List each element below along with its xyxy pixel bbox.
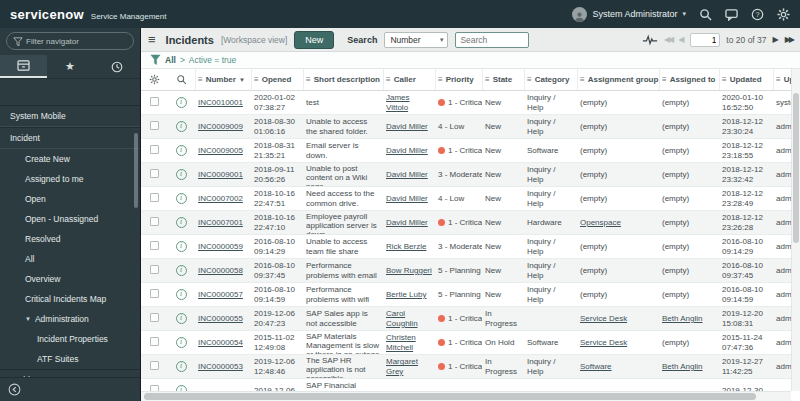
sidebar-item-system-mobile[interactable]: System Mobile: [0, 105, 140, 127]
row-checkbox[interactable]: [150, 145, 159, 154]
row-checkbox[interactable]: [150, 169, 159, 178]
info-icon[interactable]: i: [176, 313, 187, 324]
chat-icon[interactable]: [725, 8, 738, 21]
caller-link[interactable]: James Vittolo: [386, 93, 410, 111]
sidebar-item-problem[interactable]: Problem: [0, 369, 140, 377]
info-icon[interactable]: i: [176, 289, 187, 300]
hamburger-menu-icon[interactable]: ≡: [148, 33, 156, 46]
caller-link[interactable]: Rick Berzle: [386, 242, 426, 251]
new-button[interactable]: New: [294, 31, 334, 49]
personalize-gear-icon[interactable]: [141, 69, 167, 90]
info-icon[interactable]: i: [176, 97, 187, 108]
list-search-input[interactable]: [455, 32, 529, 48]
vertical-scrollbar-thumb[interactable]: [793, 93, 799, 243]
assigned-to-link[interactable]: Beth Anglin: [662, 314, 702, 323]
sidebar-scrollbar-thumb[interactable]: [134, 133, 138, 208]
incident-number-link[interactable]: INC0010001: [198, 98, 243, 107]
column-header-number[interactable]: ≡Number▼: [195, 69, 251, 90]
incident-number-link[interactable]: INC0007002: [198, 194, 243, 203]
caller-link[interactable]: Carol Coughlin: [386, 309, 418, 327]
incident-number-link[interactable]: INC0000058: [198, 266, 243, 275]
row-checkbox[interactable]: [150, 193, 159, 202]
incident-number-link[interactable]: INC0007001: [198, 218, 243, 227]
caller-link[interactable]: Christen Mitchell: [386, 333, 416, 351]
info-icon[interactable]: i: [176, 169, 187, 180]
incident-number-link[interactable]: INC0000053: [198, 362, 243, 371]
column-header-opened[interactable]: ≡Opened: [251, 69, 303, 90]
incident-number-link[interactable]: INC0009009: [198, 122, 243, 131]
column-menu-icon[interactable]: ≡: [438, 75, 443, 84]
incident-number-link[interactable]: INC0000055: [198, 314, 243, 323]
gear-icon[interactable]: [777, 8, 790, 21]
assignment-group-link[interactable]: Service Desk: [580, 314, 627, 323]
column-menu-icon[interactable]: ≡: [722, 75, 727, 84]
sidebar-item-resolved[interactable]: Resolved: [0, 229, 140, 249]
row-checkbox[interactable]: [150, 265, 159, 274]
page-row-input[interactable]: [690, 33, 720, 47]
assignment-group-link[interactable]: Software: [580, 362, 612, 371]
sidebar-item-incident[interactable]: Incident: [0, 127, 140, 149]
tab-history[interactable]: [93, 55, 140, 78]
caller-link[interactable]: David Miller: [386, 146, 428, 155]
info-icon[interactable]: i: [176, 361, 187, 372]
sidebar-item-create-new[interactable]: Create New: [0, 149, 140, 169]
help-icon[interactable]: ?: [751, 8, 764, 21]
assignment-group-link[interactable]: Openspace: [580, 218, 621, 227]
search-icon[interactable]: [699, 8, 712, 21]
info-icon[interactable]: i: [176, 217, 187, 228]
caller-link[interactable]: Margaret Grey: [386, 357, 418, 375]
incident-number-link[interactable]: INC0009005: [198, 146, 243, 155]
first-page-icon[interactable]: ◀◀: [664, 35, 672, 44]
row-checkbox[interactable]: [150, 289, 159, 298]
caller-link[interactable]: Bow Ruggeri: [386, 266, 432, 275]
horizontal-scrollbar-thumb[interactable]: [144, 393, 756, 400]
column-menu-icon[interactable]: ≡: [386, 75, 391, 84]
column-header-updated[interactable]: ≡Updated: [719, 69, 773, 90]
sidebar-item-overview[interactable]: Overview: [0, 269, 140, 289]
row-checkbox[interactable]: [150, 241, 159, 250]
collapse-sidebar-icon[interactable]: [8, 383, 21, 396]
column-header-priority[interactable]: ≡Priority: [435, 69, 482, 90]
tab-all-applications[interactable]: [0, 55, 47, 78]
search-field-select[interactable]: Number ▾: [384, 32, 448, 48]
info-icon[interactable]: i: [176, 121, 187, 132]
user-menu[interactable]: System Administrator ▾: [572, 7, 686, 22]
breadcrumb-funnel-icon[interactable]: [150, 54, 161, 66]
row-checkbox[interactable]: [150, 361, 159, 370]
column-search-icon[interactable]: [167, 69, 195, 90]
info-icon[interactable]: i: [176, 337, 187, 348]
sidebar-item-open-unassigned[interactable]: Open - Unassigned: [0, 209, 140, 229]
previous-page-icon[interactable]: ◀: [678, 35, 684, 44]
tab-favorites[interactable]: ★: [47, 55, 94, 78]
sidebar-item-critical-incidents-map[interactable]: Critical Incidents Map: [0, 289, 140, 309]
column-header-category[interactable]: ≡Category: [524, 69, 577, 90]
caller-link[interactable]: David Miller: [386, 122, 428, 131]
next-page-icon[interactable]: ▶: [773, 35, 779, 44]
incident-number-link[interactable]: INC0000054: [198, 338, 243, 347]
caller-link[interactable]: Bertie Luby: [386, 290, 426, 299]
info-icon[interactable]: i: [176, 145, 187, 156]
column-menu-icon[interactable]: ≡: [198, 75, 203, 84]
sidebar-item-atf-suites[interactable]: ATF Suites: [0, 349, 140, 369]
caller-link[interactable]: David Miller: [386, 170, 428, 179]
sidebar-item-administration[interactable]: ▼Administration: [0, 309, 140, 329]
assigned-to-link[interactable]: Beth Anglin: [662, 362, 702, 371]
sidebar-item-assigned-to-me[interactable]: Assigned to me: [0, 169, 140, 189]
column-menu-icon[interactable]: ≡: [254, 75, 259, 84]
info-icon[interactable]: i: [176, 193, 187, 204]
row-checkbox[interactable]: [150, 217, 159, 226]
column-header-assignment-group[interactable]: ≡Assignment group: [577, 69, 659, 90]
row-checkbox[interactable]: [150, 97, 159, 106]
activity-pulse-icon[interactable]: [642, 34, 658, 46]
column-menu-icon[interactable]: ≡: [776, 75, 781, 84]
assignment-group-link[interactable]: Service Desk: [580, 338, 627, 347]
filter-navigator-input[interactable]: [7, 37, 133, 46]
caller-link[interactable]: David Miller: [386, 194, 428, 203]
sidebar-item-incident-properties[interactable]: Incident Properties: [0, 329, 140, 349]
caller-link[interactable]: David Miller: [386, 218, 428, 227]
row-checkbox[interactable]: [150, 313, 159, 322]
column-header-assigned-to[interactable]: ≡Assigned to: [659, 69, 719, 90]
column-header-short-description[interactable]: ≡Short description: [303, 69, 383, 90]
info-icon[interactable]: i: [176, 241, 187, 252]
breadcrumb-filter-link[interactable]: Active = true: [189, 55, 236, 65]
